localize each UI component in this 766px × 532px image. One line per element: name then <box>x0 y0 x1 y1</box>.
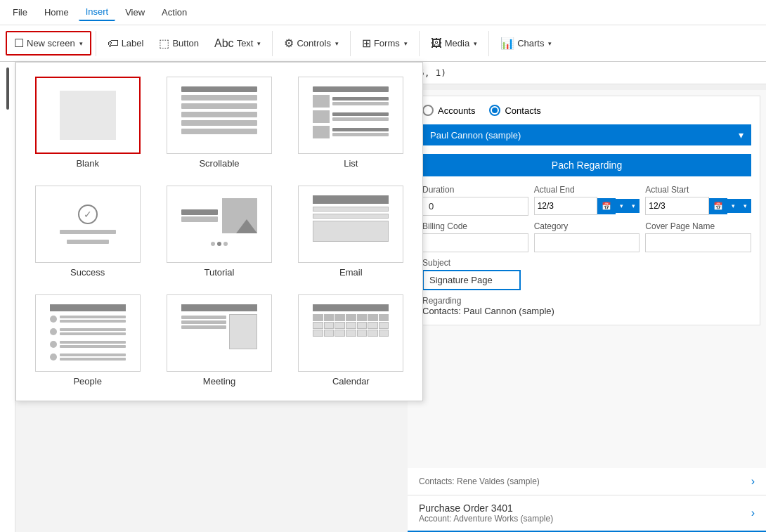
toolbar-divider-3 <box>350 31 351 56</box>
list-item-purchase-content: Purchase Order 3401 Account: Adventure W… <box>419 502 751 524</box>
list-item-purchase[interactable]: Purchase Order 3401 Account: Adventure W… <box>408 495 766 532</box>
menu-home[interactable]: Home <box>37 4 76 20</box>
duration-field-group: Duration <box>422 185 528 216</box>
form-body: Accounts Contacts Paul Cannon (sample) ▾… <box>413 96 760 325</box>
email-thumb <box>298 186 403 263</box>
template-email[interactable]: Email <box>291 183 411 280</box>
menu-file[interactable]: File <box>6 4 34 20</box>
accounts-radio-circle <box>422 105 434 116</box>
success-label: Success <box>70 267 105 278</box>
template-blank[interactable]: Blank <box>27 74 148 171</box>
actual-end-caret-button[interactable]: ▾ <box>616 199 628 213</box>
tutorial-thumb <box>167 186 272 263</box>
actual-start-field-group: Actual Start 📅 ▾ ▾ <box>645 185 751 216</box>
template-tutorial[interactable]: Tutorial <box>159 183 279 280</box>
toolbar-divider-2 <box>272 31 273 56</box>
list-thumb <box>298 77 403 154</box>
template-success[interactable]: ✓ Success <box>27 183 148 280</box>
actual-start-input[interactable] <box>645 197 709 215</box>
people-preview <box>46 301 130 365</box>
calendar-thumb <box>298 294 403 372</box>
menu-view[interactable]: View <box>118 4 152 20</box>
charts-icon: 📊 <box>500 37 514 50</box>
list-item-rene-content: Contacts: Rene Valdes (sample) <box>419 476 751 486</box>
media-caret-icon: ▾ <box>474 40 477 47</box>
meeting-preview <box>177 301 261 365</box>
category-input[interactable] <box>534 233 640 252</box>
template-grid: Blank Scrollable <box>27 74 411 389</box>
radio-accounts[interactable]: Accounts <box>422 105 475 116</box>
actual-end-calendar-button[interactable]: 📅 <box>597 198 616 214</box>
actual-start-caret2-button[interactable]: ▾ <box>739 199 751 213</box>
radio-group: Accounts Contacts <box>422 105 751 116</box>
accounts-radio-label: Accounts <box>438 105 475 116</box>
template-meeting[interactable]: Meeting <box>159 292 279 389</box>
pach-regarding-button[interactable]: Pach Regarding <box>422 154 751 176</box>
formula-bar: 5, 1) <box>408 62 766 84</box>
label-button[interactable]: 🏷 Label <box>100 33 151 54</box>
forms-button[interactable]: ⊞ Forms ▾ <box>355 32 415 54</box>
toolbar-divider-4 <box>419 31 420 56</box>
charts-button[interactable]: 📊 Charts ▾ <box>493 32 559 54</box>
actual-start-input-group: 📅 ▾ ▾ <box>645 197 751 215</box>
button-button[interactable]: ⬚ Button <box>152 32 206 54</box>
actual-end-caret2-button[interactable]: ▾ <box>628 199 640 213</box>
duration-input[interactable] <box>422 197 528 216</box>
dropdown-value: Paul Cannon (sample) <box>430 130 739 141</box>
menu-action[interactable]: Action <box>155 4 194 20</box>
cover-page-input[interactable] <box>645 233 751 252</box>
form-dropdown[interactable]: Paul Cannon (sample) ▾ <box>422 124 751 145</box>
contacts-radio-circle <box>489 105 500 116</box>
duration-label: Duration <box>422 185 528 195</box>
actual-start-label: Actual Start <box>645 185 751 195</box>
text-caret-icon: ▾ <box>257 40 261 47</box>
fields-row-1: Duration Actual End 📅 ▾ ▾ Actual Start 📅… <box>422 185 751 216</box>
template-calendar[interactable]: Calendar <box>291 292 411 389</box>
scrollable-preview <box>177 84 261 147</box>
text-button[interactable]: Abc Text ▾ <box>207 33 268 54</box>
people-thumb <box>35 294 141 372</box>
calendar-preview <box>309 301 393 365</box>
forms-caret-icon: ▾ <box>404 40 408 47</box>
list-item-purchase-subtitle: Account: Adventure Works (sample) <box>419 514 751 524</box>
button-icon: ⬚ <box>159 37 169 50</box>
forms-icon: ⊞ <box>362 37 371 50</box>
list-item-rene-subtitle: Contacts: Rene Valdes (sample) <box>419 476 751 486</box>
new-screen-caret-icon: ▾ <box>79 40 83 47</box>
list-item-rene[interactable]: Contacts: Rene Valdes (sample) › <box>408 468 766 495</box>
sidebar-mark <box>6 67 9 110</box>
controls-icon: ⚙ <box>284 37 294 50</box>
actual-end-input[interactable] <box>534 197 598 215</box>
actual-end-label: Actual End <box>534 185 640 195</box>
scroll-line-2 <box>181 95 257 100</box>
menu-bar: File Home Insert View Action <box>0 0 766 25</box>
scroll-line-1 <box>181 86 257 92</box>
cover-page-field-group: Cover Page Name <box>645 221 751 252</box>
label-icon: 🏷 <box>108 37 119 50</box>
blank-label: Blank <box>76 158 99 169</box>
toolbar: ☐ New screen ▾ 🏷 Label ⬚ Button Abc Text… <box>0 25 766 62</box>
controls-button[interactable]: ⚙ Controls ▾ <box>277 32 345 54</box>
radio-contacts[interactable]: Contacts <box>489 105 540 116</box>
subject-input[interactable]: Signature Page <box>422 270 521 290</box>
template-scrollable[interactable]: Scrollable <box>159 74 279 171</box>
subject-label: Subject <box>422 258 751 268</box>
calendar-label: Calendar <box>332 376 370 387</box>
template-people[interactable]: People <box>27 292 148 389</box>
blank-thumb <box>35 77 141 154</box>
media-button[interactable]: 🖼 Media ▾ <box>424 33 484 54</box>
menu-insert[interactable]: Insert <box>79 4 116 21</box>
email-label: Email <box>339 267 363 278</box>
blank-preview <box>60 91 116 140</box>
charts-caret-icon: ▾ <box>548 40 552 47</box>
success-preview: ✓ <box>60 205 116 244</box>
template-list[interactable]: List <box>291 74 411 171</box>
billing-code-input[interactable] <box>422 233 528 252</box>
cover-page-label: Cover Page Name <box>645 221 751 231</box>
new-screen-button[interactable]: ☐ New screen ▾ <box>6 31 91 56</box>
actual-start-caret-button[interactable]: ▾ <box>727 199 739 213</box>
billing-code-field-group: Billing Code <box>422 221 528 252</box>
controls-caret-icon: ▾ <box>335 40 339 47</box>
panel-divider <box>408 84 766 90</box>
actual-start-calendar-button[interactable]: 📅 <box>709 198 727 214</box>
